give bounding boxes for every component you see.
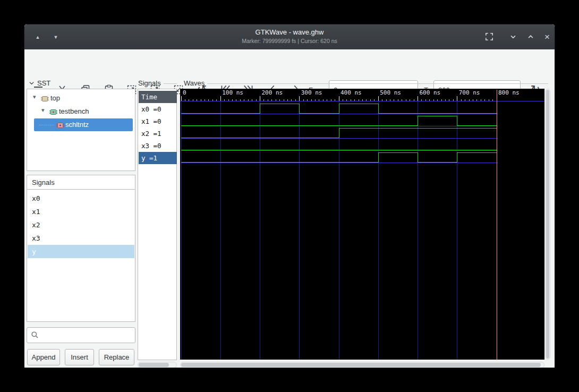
signal-name-row[interactable]: x2 =1 xyxy=(139,127,177,140)
signals-frame-label: Signals xyxy=(138,79,177,87)
instance-icon xyxy=(56,122,64,131)
timeline-tick-label: 500 ns xyxy=(380,89,401,96)
chip-icon xyxy=(41,95,49,105)
minimize-button[interactable] xyxy=(508,32,519,42)
signal-name-row[interactable]: x0 =0 xyxy=(139,103,177,115)
signal-list-item-y[interactable]: y xyxy=(28,245,134,258)
search-icon xyxy=(31,331,39,339)
signals-list-header: Signals xyxy=(27,175,135,190)
signal-name-row[interactable]: y =1 xyxy=(139,152,177,164)
names-horizontal-scrollbar[interactable] xyxy=(138,362,177,368)
waveform-svg: 0100 ns200 ns300 ns400 ns500 ns600 ns700… xyxy=(180,89,544,360)
insert-button[interactable]: Insert xyxy=(65,349,94,365)
tree-item-label: schltntz xyxy=(65,121,89,129)
waves-vertical-scrollbar[interactable] xyxy=(545,89,550,360)
collapse-chevron-icon xyxy=(29,80,35,86)
titlebar[interactable]: ▲ ▼ GTKWave - wave.ghw Marker: 799999999… xyxy=(24,24,555,49)
waves-horizontal-scrollbar[interactable] xyxy=(180,362,544,368)
maximize-button[interactable] xyxy=(526,32,537,42)
signal-list-item-x0[interactable]: x0 xyxy=(28,192,134,205)
fit-icon xyxy=(484,32,494,41)
tree-item-testbench[interactable]: ▾testbench xyxy=(28,105,134,118)
tree-guide-line xyxy=(39,125,54,125)
timeline-tick-label: 700 ns xyxy=(459,89,480,96)
module-icon xyxy=(49,108,57,118)
expander-icon[interactable]: ▾ xyxy=(41,107,45,114)
marker-cursor-status: Marker: 799999999 fs | Cursor: 620 ns xyxy=(24,38,555,44)
wave-canvas[interactable]: 0100 ns200 ns300 ns400 ns500 ns600 ns700… xyxy=(180,89,544,360)
tree-item-label: testbench xyxy=(59,107,89,115)
replace-button[interactable]: Replace xyxy=(99,349,134,365)
timeline-tick-label: 0 xyxy=(183,89,186,96)
expander-icon[interactable]: ▾ xyxy=(33,93,36,100)
signal-list-item-x3[interactable]: x3 xyxy=(28,232,134,245)
timeline-tick-label: 400 ns xyxy=(340,89,362,96)
desktop-background: ▲ ▼ GTKWave - wave.ghw Marker: 799999999… xyxy=(0,0,579,392)
tree-item-top[interactable]: ▾top xyxy=(28,92,134,105)
tree-item-label: top xyxy=(50,94,60,102)
waves-frame-label: Waves xyxy=(184,79,548,87)
scrollbar-thumb[interactable] xyxy=(181,363,541,367)
main-toolbar: ↺ From: To: ↻ xyxy=(24,49,555,78)
wave-background xyxy=(180,89,544,360)
close-button[interactable]: × xyxy=(542,32,552,42)
gtkwave-window: ▲ ▼ GTKWave - wave.ghw Marker: 799999999… xyxy=(24,24,555,368)
signals-list-header-label: Signals xyxy=(32,178,55,186)
scrollbar-thumb[interactable] xyxy=(546,90,549,359)
waves-frame-label-text: Waves xyxy=(184,79,205,87)
signal-list-panel[interactable]: x0x1x2x3y xyxy=(27,189,135,322)
signal-name-row[interactable]: x3 =0 xyxy=(139,140,177,152)
timeline-tick-label: 800 ns xyxy=(498,89,520,96)
sst-tree-panel[interactable]: ▾top▾testbenchschltntz xyxy=(27,89,135,171)
time-header-cell[interactable]: Time xyxy=(139,91,177,103)
signal-name-row[interactable]: x1 =0 xyxy=(139,115,177,127)
sst-label: SST xyxy=(37,79,50,87)
timeline-tick-label: 300 ns xyxy=(301,89,322,96)
timeline-tick-label: 600 ns xyxy=(420,89,441,96)
tree-item-schltntz[interactable]: schltntz xyxy=(28,118,134,132)
signal-list-item-x1[interactable]: x1 xyxy=(28,205,134,218)
sst-header[interactable]: SST xyxy=(29,79,61,87)
timeline-tick-label: 200 ns xyxy=(262,89,283,96)
frame-separator-line xyxy=(207,83,548,84)
signal-search xyxy=(27,327,135,343)
window-title: GTKWave - wave.ghw xyxy=(24,28,555,36)
chevron-up-icon xyxy=(526,32,535,41)
frame-separator-line xyxy=(164,83,177,84)
signal-names-panel[interactable]: Time x0 =0x1 =0x2 =1x3 =0y =1 xyxy=(138,89,177,360)
timeline-tick-label: 100 ns xyxy=(222,89,243,96)
scrollbar-thumb[interactable] xyxy=(139,363,169,367)
signal-list-item-x2[interactable]: x2 xyxy=(28,218,134,232)
append-button[interactable]: Append xyxy=(27,349,60,365)
search-input[interactable] xyxy=(27,327,135,343)
fit-window-button[interactable] xyxy=(484,32,495,42)
chevron-down-icon xyxy=(508,32,518,41)
signals-frame-label-text: Signals xyxy=(138,79,161,87)
